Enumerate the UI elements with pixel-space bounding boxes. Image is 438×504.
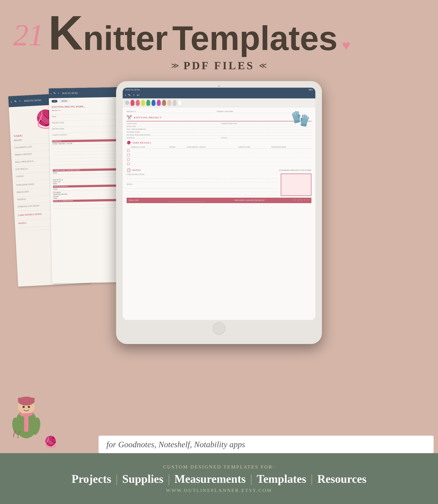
nav-item-resources[interactable]: Resources xyxy=(313,472,371,485)
checkbox-3 xyxy=(127,158,130,161)
page2-back-icon: ‹ xyxy=(50,91,52,95)
notes-dot-3 xyxy=(127,193,278,195)
color-green[interactable] xyxy=(146,100,150,106)
yarn-icon: 🧶 xyxy=(127,141,131,145)
yarn-purchased-4 xyxy=(271,162,311,166)
col-weight: YARN WEIGHT / LENGTH xyxy=(186,146,238,149)
project-number-row: PROJECT #: THEME/CATEGORY: xyxy=(127,111,311,113)
yarn-weight-4 xyxy=(186,162,238,166)
page1-add-icon: + xyxy=(19,99,21,103)
nitter-text: nitter xyxy=(83,21,168,55)
pdf-files-text: PDF FILES xyxy=(184,59,254,72)
notes-header: 📋 NOTES FINISHED PROJECT PICTURE xyxy=(127,168,311,172)
yarn-sample-4 xyxy=(130,162,169,166)
size-label: SIZE / MEASUREMENTS: xyxy=(127,128,146,130)
status-time: 16:01 Fri 18 Oct xyxy=(125,89,140,91)
templates-text: Templates xyxy=(172,21,338,55)
notes-dot-2 xyxy=(127,189,278,192)
color-red[interactable] xyxy=(131,100,134,106)
final-cost-dots xyxy=(168,199,205,202)
supplies-col1: NAME / BRAND / COLOR xyxy=(52,142,72,145)
notes-content: CARE INSTRUCTIONS: NOTES: xyxy=(127,174,311,196)
color-brown[interactable] xyxy=(162,100,166,106)
yarn-weight-1 xyxy=(186,149,238,153)
knitter-svg xyxy=(4,376,48,442)
yarn-row-4 xyxy=(127,162,311,166)
yarn-cb-3 xyxy=(127,157,130,162)
project-label: PROJECT #: xyxy=(127,111,136,113)
color-purple[interactable] xyxy=(157,100,161,106)
svg-point-4 xyxy=(22,406,25,408)
checkbox-1 xyxy=(127,149,130,152)
yarn-purchased-2 xyxy=(271,153,311,157)
nav-item-supplies[interactable]: Supplies xyxy=(118,472,168,485)
yarn-sample-2 xyxy=(130,153,169,157)
pdf-deco-right: ≪ xyxy=(259,61,267,70)
start-date-field: START DATE: xyxy=(127,123,217,125)
scissors-icon: ✂️ xyxy=(127,115,132,120)
completion-date-label: COMPLETION DATE: xyxy=(221,123,237,125)
heart-2: ♡ xyxy=(297,199,299,202)
notes-field-label: NOTES: xyxy=(127,183,278,185)
gauge-value xyxy=(228,138,311,138)
pattern-value xyxy=(141,133,311,133)
pattern-label: PATTERN NAME: xyxy=(127,131,140,133)
undo-btn[interactable]: ↩ xyxy=(137,93,140,97)
yarn-brand-2 xyxy=(169,153,186,157)
notes-title: NOTES xyxy=(132,169,278,171)
heart-5: ♡ xyxy=(307,199,309,202)
yarn-cb-1 xyxy=(127,149,130,153)
metric-btn[interactable]: METRIC xyxy=(60,100,69,102)
svg-point-5 xyxy=(28,406,30,408)
yarn-brand-4 xyxy=(169,162,186,166)
svg-rect-6 xyxy=(24,414,28,432)
color-yellow[interactable] xyxy=(141,100,145,106)
knitting-project-title: KNITTING PROJECT xyxy=(134,116,161,119)
nav-item-measurements[interactable]: Measurements xyxy=(170,472,250,485)
yarn-sample-1 xyxy=(130,149,169,153)
page2-time: 16:01 Fri 18 Oct xyxy=(62,91,78,94)
finished-project-label: FINISHED PROJECT PICTURE xyxy=(279,169,311,171)
ipad-frame: 16:01 Fri 18 Oct 98% ‹ ✎ + ↩ xyxy=(116,81,322,344)
notes-icon: 📋 xyxy=(127,168,131,172)
custom-designed-label: CUSTOM DESIGNED TEMPLATES FOR: xyxy=(163,464,275,470)
yarn-purchased-1 xyxy=(271,149,311,153)
nav-sep-4: | xyxy=(311,472,313,485)
checkbox-2 xyxy=(127,154,130,156)
nav-item-templates[interactable]: Templates xyxy=(252,472,311,485)
project-dots xyxy=(138,111,215,113)
rating-label: HOW HAPPY I AM WITH THE RESULT xyxy=(235,199,265,202)
screen-main-content: 🧤 PROJECT #: THEME/CATEGORY: ✂️ KNITTING… xyxy=(123,107,315,320)
heart-4: ♡ xyxy=(304,199,306,202)
pencil-btn[interactable]: ✎ xyxy=(128,93,131,97)
ipad-home-button[interactable] xyxy=(213,322,225,335)
yarn-amount-3 xyxy=(238,157,271,162)
page1-time: 16:01 Fri 18 Oct xyxy=(24,98,41,102)
designer-field: PATTERN DESIGNER/SOURCE: xyxy=(127,134,311,136)
color-white[interactable] xyxy=(178,100,182,106)
heart-1: ♡ xyxy=(294,199,296,202)
color-peach[interactable] xyxy=(167,100,171,106)
nav-item-projects[interactable]: Projects xyxy=(67,472,116,485)
back-btn[interactable]: ‹ xyxy=(125,93,126,97)
designer-label: PATTERN DESIGNER/SOURCE: xyxy=(127,134,151,136)
made-for-field: MADE FOR: xyxy=(127,125,311,128)
page1-back-icon: ‹ xyxy=(11,99,12,104)
color-blue[interactable] xyxy=(152,100,155,106)
app-compatibility-text: for Goodnotes, Noteshelf, Notability app… xyxy=(106,440,245,449)
add-btn[interactable]: + xyxy=(133,93,135,97)
yarn-amount-4 xyxy=(238,162,271,166)
yarn-sample-3 xyxy=(130,157,169,162)
svg-rect-3 xyxy=(18,398,35,401)
toolbar: ‹ ✎ + ↩ xyxy=(123,92,315,98)
nav-sep-3: | xyxy=(250,472,252,485)
color-gray[interactable] xyxy=(173,100,176,106)
page1-pencil-icon: ✎ xyxy=(14,100,17,103)
needles-value xyxy=(136,138,217,138)
color-pink[interactable] xyxy=(136,100,140,106)
us-btn[interactable]: US xyxy=(52,100,57,102)
yarn-cb-4 xyxy=(127,162,130,166)
yarn-weight-2 xyxy=(186,153,238,157)
status-battery: 98% xyxy=(309,89,313,91)
pdf-deco-left: ≫ xyxy=(171,61,179,70)
